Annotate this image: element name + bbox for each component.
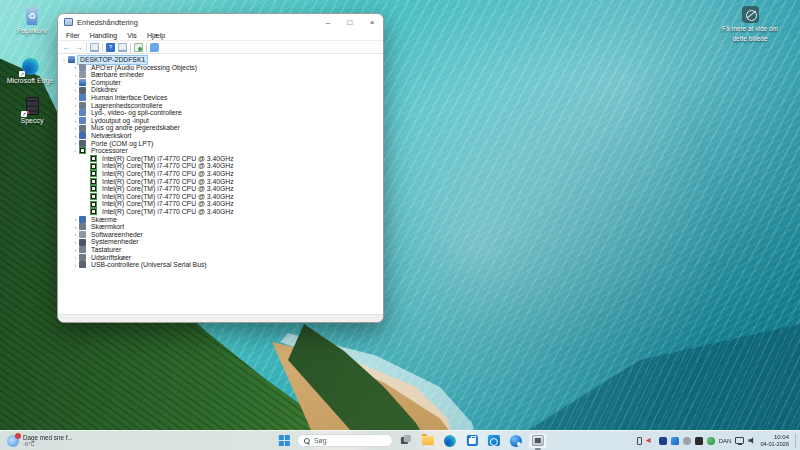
tree-item-label: Intel(R) Core(TM) i7-4770 CPU @ 3.40GHz: [100, 193, 236, 200]
tree-item[interactable]: ›Skærmkort: [58, 223, 383, 231]
menu-item-handling[interactable]: Handling: [86, 32, 122, 39]
chevron-down-icon[interactable]: ›: [73, 147, 79, 154]
tree-item[interactable]: ›Skærme: [58, 215, 383, 223]
tree-item[interactable]: ›USB-controllere (Universal Serial Bus): [58, 261, 383, 269]
window-titlebar[interactable]: Enhedshåndtering – □ ×: [58, 14, 383, 30]
console-tree-icon[interactable]: [90, 43, 99, 52]
desktop-icon-label: Papirkurv: [17, 27, 47, 35]
tree-item[interactable]: Intel(R) Core(TM) i7-4770 CPU @ 3.40GHz: [58, 170, 383, 178]
tree-item[interactable]: Intel(R) Core(TM) i7-4770 CPU @ 3.40GHz: [58, 185, 383, 193]
taskbar-task-view-button[interactable]: [397, 433, 415, 449]
chevron-right-icon[interactable]: ›: [72, 87, 79, 93]
desktop-icon-speccy[interactable]: ↗Speccy: [8, 96, 56, 125]
tree-item[interactable]: Intel(R) Core(TM) i7-4770 CPU @ 3.40GHz: [58, 178, 383, 186]
menu-item-vis[interactable]: Vis: [123, 32, 141, 39]
desktop-icon-recycle-bin[interactable]: ♻Papirkurv: [8, 6, 56, 35]
tree-item[interactable]: ›Mus og andre pegeredskaber: [58, 124, 383, 132]
tree-item[interactable]: ›Systemenheder: [58, 238, 383, 246]
chevron-right-icon[interactable]: ›: [72, 216, 79, 222]
chevron-right-icon[interactable]: ›: [72, 247, 79, 253]
audio-icon: [79, 64, 86, 71]
tree-item[interactable]: ›Netværkskort: [58, 132, 383, 140]
clock[interactable]: 10:04 04-01-2026: [760, 434, 789, 447]
weather-temperature: -6°C: [23, 441, 73, 448]
taskbar-edge-button[interactable]: [441, 433, 459, 449]
blue-app-icon[interactable]: [671, 437, 679, 445]
tree-item[interactable]: ›Softwareenheder: [58, 231, 383, 239]
gray-app-icon[interactable]: [683, 437, 691, 445]
properties-icon[interactable]: [118, 43, 127, 52]
tree-item[interactable]: Intel(R) Core(TM) i7-4770 CPU @ 3.40GHz: [58, 200, 383, 208]
chevron-right-icon[interactable]: ›: [72, 140, 79, 146]
chevron-right-icon[interactable]: ›: [72, 64, 79, 70]
phone-link-icon[interactable]: [637, 437, 642, 445]
tree-item[interactable]: ›Diskdrev: [58, 86, 383, 94]
tree-item[interactable]: ›Human Interface Devices: [58, 94, 383, 102]
menu-item-hjlp[interactable]: Hjælp: [143, 32, 169, 39]
language-indicator[interactable]: DAN: [719, 438, 732, 444]
tree-item[interactable]: ›Bærbare enheder: [58, 71, 383, 79]
desktop-icon-edge[interactable]: ↗Microsoft Edge: [6, 56, 54, 85]
green-app-icon[interactable]: [707, 437, 715, 445]
spotlight-learn-more[interactable]: Få mere at vide om dette billede: [714, 6, 786, 42]
taskbar-device-manager-button[interactable]: [529, 433, 547, 449]
chevron-right-icon[interactable]: ›: [72, 118, 79, 124]
tree-item[interactable]: Intel(R) Core(TM) i7-4770 CPU @ 3.40GHz: [58, 208, 383, 216]
minimize-button[interactable]: –: [317, 14, 339, 30]
tree-item[interactable]: ›APO'er (Audio Processing Objects): [58, 64, 383, 72]
help-bubble-icon[interactable]: [150, 43, 159, 52]
chevron-right-icon[interactable]: ›: [72, 254, 79, 260]
show-desktop-button[interactable]: [795, 434, 797, 448]
taskbar-start-button[interactable]: [275, 433, 293, 449]
tree-item[interactable]: ›Porte (COM og LPT): [58, 140, 383, 148]
chevron-right-icon[interactable]: ›: [72, 239, 79, 245]
chevron-right-icon[interactable]: ›: [72, 102, 79, 108]
chevron-right-icon[interactable]: ›: [72, 133, 79, 139]
back-icon[interactable]: ←: [62, 43, 71, 52]
tree-item[interactable]: ›Udskriftskøer: [58, 253, 383, 261]
tree-item[interactable]: Intel(R) Core(TM) i7-4770 CPU @ 3.40GHz: [58, 155, 383, 163]
tree-item[interactable]: Intel(R) Core(TM) i7-4770 CPU @ 3.40GHz: [58, 162, 383, 170]
volume-icon[interactable]: [748, 437, 756, 445]
taskbar-globe-button[interactable]: [507, 433, 525, 449]
tree-item[interactable]: ›DESKTOP-2DDFSK1: [58, 56, 383, 64]
maximize-button[interactable]: □: [339, 14, 361, 30]
chevron-right-icon[interactable]: ›: [72, 231, 79, 237]
network-icon[interactable]: [735, 437, 744, 444]
navy-app-icon[interactable]: [659, 437, 667, 445]
taskbar-store-button[interactable]: [463, 433, 481, 449]
taskbar-search-box[interactable]: Søg: [297, 434, 393, 447]
black-app-icon[interactable]: [695, 437, 703, 445]
store-icon: [466, 435, 477, 446]
chevron-right-icon[interactable]: ›: [72, 72, 79, 78]
red-app-icon[interactable]: [646, 437, 655, 445]
tree-item[interactable]: ›Processorer: [58, 147, 383, 155]
processor-icon: [90, 193, 97, 200]
chevron-right-icon[interactable]: ›: [72, 80, 79, 86]
chevron-right-icon[interactable]: ›: [72, 224, 79, 230]
chevron-down-icon[interactable]: ›: [62, 56, 68, 63]
scan-icon[interactable]: [134, 43, 143, 52]
weather-widget[interactable]: Dage med sne f... -6°C: [3, 431, 77, 450]
tree-item[interactable]: Intel(R) Core(TM) i7-4770 CPU @ 3.40GHz: [58, 193, 383, 201]
chevron-right-icon[interactable]: ›: [72, 110, 79, 116]
tree-item-label: Lagerenhedscontrollere: [89, 102, 164, 109]
spotlight-camera-icon[interactable]: [742, 6, 759, 23]
tree-item[interactable]: ›Lydoutput og -input: [58, 117, 383, 125]
help-icon[interactable]: ?: [106, 43, 115, 52]
disk-icon: [79, 87, 86, 94]
chevron-right-icon[interactable]: ›: [72, 262, 79, 268]
tree-item[interactable]: ›Lagerenhedscontrollere: [58, 102, 383, 110]
close-button[interactable]: ×: [361, 14, 383, 30]
chevron-right-icon[interactable]: ›: [72, 95, 79, 101]
taskbar-file-explorer-button[interactable]: [419, 433, 437, 449]
forward-icon[interactable]: →: [74, 43, 83, 52]
tree-item[interactable]: ›Tastaturer: [58, 246, 383, 254]
chevron-right-icon[interactable]: ›: [72, 125, 79, 131]
toolbar-separator: [86, 43, 87, 52]
taskbar-outlook-button[interactable]: [485, 433, 503, 449]
menu-item-filer[interactable]: Filer: [62, 32, 84, 39]
tree-item[interactable]: ›Computer: [58, 79, 383, 87]
software-icon: [79, 231, 86, 238]
tree-item[interactable]: ›Lyd-, video- og spil-controllere: [58, 109, 383, 117]
